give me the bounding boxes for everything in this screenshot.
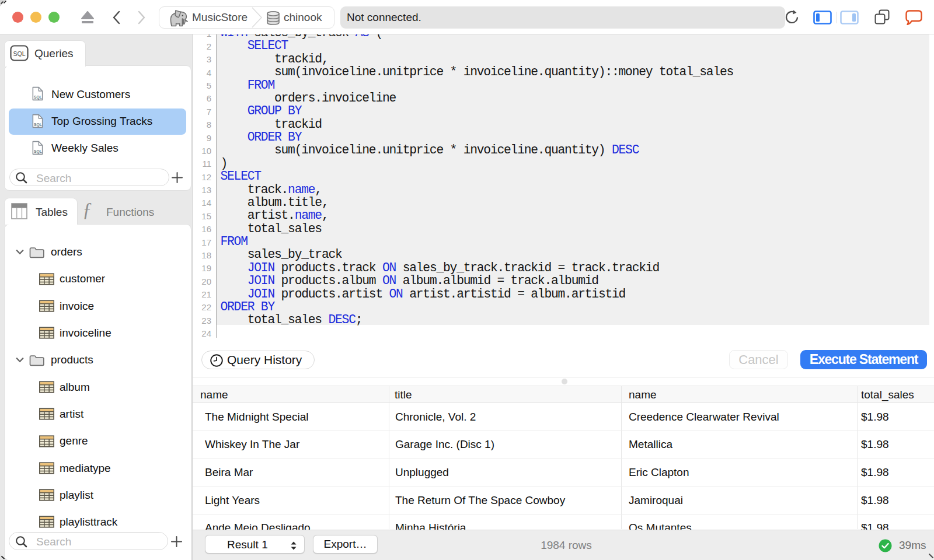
svg-text:SQL: SQL xyxy=(34,95,42,100)
svg-text:SQL: SQL xyxy=(34,149,42,154)
svg-text:SQL: SQL xyxy=(13,50,25,57)
svg-text:SQL: SQL xyxy=(34,123,42,127)
